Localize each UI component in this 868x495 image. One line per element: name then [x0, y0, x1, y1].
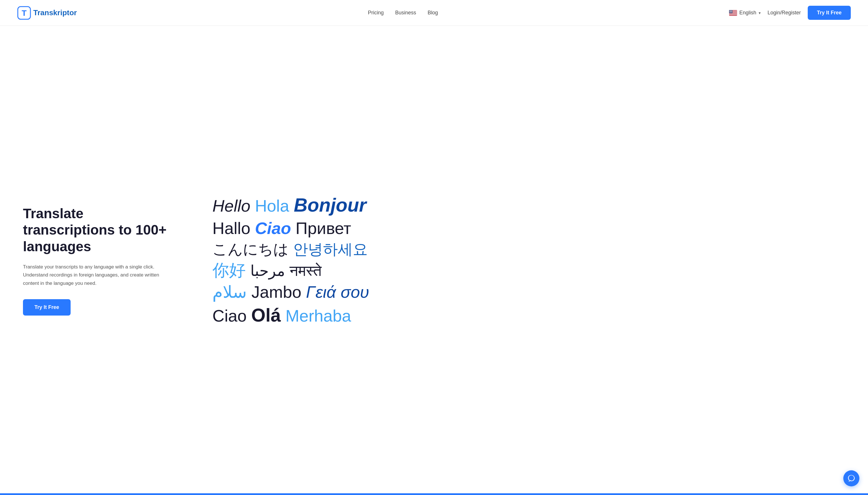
bottom-bar — [0, 493, 868, 495]
language-selector[interactable]: English ▾ — [729, 10, 761, 16]
hero-description: Translate your transcripts to any langua… — [23, 263, 172, 288]
svg-point-28 — [731, 12, 732, 13]
lang-konnichiwa: こんにちは — [212, 240, 289, 259]
flag-icon — [729, 10, 737, 16]
lang-row-4: 你好 مرحبا नमस्ते — [212, 260, 369, 281]
lang-row-5: سلام Jambo Γειά σου — [212, 282, 369, 303]
svg-point-29 — [732, 12, 732, 13]
svg-point-17 — [730, 11, 731, 12]
lang-ciao: Ciao — [212, 306, 246, 326]
svg-point-15 — [729, 11, 730, 12]
lang-hello: Hello — [212, 195, 250, 217]
svg-text:T: T — [21, 8, 27, 18]
hero-section: Translate transcriptions to 100+ languag… — [0, 26, 868, 495]
svg-point-23 — [731, 12, 732, 12]
svg-point-20 — [729, 12, 730, 12]
svg-point-11 — [730, 10, 730, 11]
svg-point-19 — [732, 11, 732, 12]
svg-point-13 — [731, 10, 732, 11]
lang-hallo: Hallo — [212, 218, 250, 239]
svg-point-27 — [730, 12, 731, 13]
hero-right: Hello Hola Bonjour Hallo Ciao Привет こんに… — [201, 193, 845, 328]
svg-point-24 — [732, 12, 732, 12]
lang-jambo: Jambo — [251, 282, 301, 303]
lang-row-3: こんにちは 안녕하세요 — [212, 240, 369, 259]
svg-point-18 — [731, 11, 732, 12]
logo-text: Transkriptor — [33, 8, 77, 17]
logo-link[interactable]: T Transkriptor — [17, 6, 77, 20]
lang-salam: سلام — [212, 282, 247, 303]
logo-icon: T — [17, 6, 31, 20]
lang-annyeong: 안녕하세요 — [293, 240, 368, 259]
lang-merhaba: Merhaba — [285, 306, 351, 326]
lang-ola: Olá — [251, 304, 281, 327]
nav-blog[interactable]: Blog — [428, 10, 438, 16]
svg-point-22 — [730, 12, 731, 12]
lang-yiasou: Γειά σου — [306, 282, 369, 303]
lang-privet: Привет — [296, 218, 351, 239]
lang-bonjour: Bonjour — [294, 193, 366, 217]
login-register-link[interactable]: Login/Register — [767, 10, 801, 16]
svg-point-16 — [730, 11, 730, 12]
nav-business[interactable]: Business — [395, 10, 416, 16]
lang-namaste: नमस्ते — [290, 261, 322, 280]
lang-hola: Hola — [255, 195, 289, 217]
lang-row-1: Hello Hola Bonjour — [212, 193, 369, 217]
navbar: T Transkriptor Pricing Business Blog — [0, 0, 868, 26]
language-label: English — [740, 10, 756, 16]
svg-point-10 — [729, 10, 730, 11]
lang-row-6: Ciao Olá Merhaba — [212, 304, 369, 327]
svg-point-12 — [730, 10, 731, 11]
svg-point-25 — [729, 12, 730, 13]
nav-pricing[interactable]: Pricing — [368, 10, 384, 16]
nav-links: Pricing Business Blog — [368, 10, 438, 16]
chevron-down-icon: ▾ — [759, 11, 761, 15]
language-cloud: Hello Hola Bonjour Hallo Ciao Привет こんに… — [212, 193, 369, 328]
svg-point-26 — [730, 12, 730, 13]
lang-row-2: Hallo Ciao Привет — [212, 218, 369, 239]
chat-icon — [847, 474, 855, 482]
nav-right: English ▾ Login/Register Try It Free — [729, 6, 851, 20]
lang-nihao: 你好 — [212, 260, 246, 281]
hero-left: Translate transcriptions to 100+ languag… — [23, 205, 189, 315]
svg-point-14 — [732, 10, 732, 11]
chat-bubble[interactable] — [843, 470, 860, 487]
svg-rect-8 — [729, 15, 737, 15]
try-it-free-nav-button[interactable]: Try It Free — [808, 6, 851, 20]
svg-rect-7 — [729, 14, 737, 14]
svg-point-21 — [730, 12, 730, 12]
hero-try-free-button[interactable]: Try It Free — [23, 299, 71, 315]
lang-ciao-it: Ciao — [255, 218, 291, 239]
lang-marhaba: مرحبا — [250, 261, 285, 280]
hero-title: Translate transcriptions to 100+ languag… — [23, 205, 178, 255]
